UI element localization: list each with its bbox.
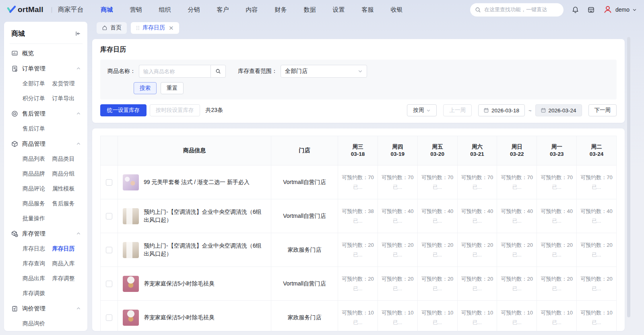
global-search-input[interactable]: 在这里查找功能，一键直达 xyxy=(470,3,564,17)
used-count-truncated: 已... xyxy=(512,218,522,225)
tab-home[interactable]: 首页 xyxy=(97,22,127,34)
vertical-scrollbar[interactable] xyxy=(627,37,630,317)
sidebar-group-label: 概览 xyxy=(22,50,34,57)
logo[interactable]: ortMall ｜ 商家平台 xyxy=(6,5,83,14)
topnav-item-1[interactable]: 商城 xyxy=(92,0,121,19)
topnav-item-4[interactable]: 分销 xyxy=(179,0,208,19)
topnav-item-9[interactable]: 设置 xyxy=(324,0,353,19)
topnav-item-8[interactable]: 数据 xyxy=(295,0,324,19)
topnav-item-7[interactable]: 财务 xyxy=(266,0,295,19)
used-count-truncated: 已... xyxy=(512,184,522,191)
available-count: 可预约数：38 xyxy=(342,208,374,215)
product-name-input[interactable] xyxy=(139,65,211,78)
start-date-picker[interactable]: 2026-03-18 xyxy=(478,104,525,116)
sidebar-group-5[interactable]: 库存管理 xyxy=(10,226,82,241)
product-name: 99 元美甲套餐 法式 / 渐变二选一 新手必入 xyxy=(144,178,250,186)
row-checkbox[interactable] xyxy=(106,247,112,253)
sidebar-item[interactable]: 库存日志 xyxy=(23,241,52,256)
product-name: 养宠家庭保洁5小时除毛祛臭 xyxy=(144,280,215,288)
inquiry-icon xyxy=(11,305,18,312)
sidebar-item[interactable]: 积分订单 xyxy=(23,91,52,106)
sidebar-item[interactable]: 全部订单 xyxy=(23,76,52,91)
topnav-item-2[interactable]: 营销 xyxy=(121,0,150,19)
sidebar-group-3[interactable]: 售后管理 xyxy=(10,106,82,121)
sidebar-group-6[interactable]: 询价管理 xyxy=(10,301,82,316)
sidebar-group-1[interactable]: 概览 xyxy=(10,45,82,61)
chevron-down-icon xyxy=(426,108,431,113)
user-menu[interactable]: demo xyxy=(603,5,637,14)
topnav-item-11[interactable]: 收银 xyxy=(382,0,411,19)
row-checkbox[interactable] xyxy=(106,213,112,219)
close-icon[interactable]: ✕ xyxy=(169,25,174,31)
sidebar-item[interactable]: 商品出库 xyxy=(23,271,52,286)
topnav-item-3[interactable]: 组织 xyxy=(150,0,179,19)
sidebar-item[interactable]: 商品入库 xyxy=(52,256,82,271)
sidebar-item[interactable]: 商品分组 xyxy=(52,166,82,181)
chevron-up-icon[interactable] xyxy=(76,231,81,236)
reset-button[interactable]: 重置 xyxy=(161,82,184,94)
sidebar-group-2[interactable]: 订单管理 xyxy=(10,61,82,76)
row-checkbox[interactable] xyxy=(106,314,112,321)
sidebar-item[interactable]: 订单导出 xyxy=(52,91,82,106)
store-scope-select[interactable]: 全部门店 xyxy=(281,65,367,78)
product-name-input-group xyxy=(139,65,226,78)
sidebar-title: 商城 xyxy=(11,29,25,38)
available-count: 可预约数：40 xyxy=(461,208,493,215)
sidebar-item[interactable]: 商品询价 xyxy=(23,316,52,331)
sidebar-item[interactable]: 商品列表 xyxy=(23,151,52,166)
row-checkbox[interactable] xyxy=(106,179,112,186)
prev-week-button[interactable]: 上一周 xyxy=(443,104,472,116)
chevron-up-icon[interactable] xyxy=(76,66,81,71)
avatar xyxy=(603,5,613,14)
availability-cell: 可预约数：40已... xyxy=(497,199,537,233)
used-count-truncated: 已... xyxy=(512,252,522,258)
sidebar-item[interactable]: 售后服务 xyxy=(52,196,82,211)
sidebar-item[interactable]: 库存调整 xyxy=(52,271,82,286)
next-week-button[interactable]: 下一周 xyxy=(588,104,617,116)
drag-handle-icon[interactable] xyxy=(136,25,140,31)
week-mode-select[interactable]: 按周 xyxy=(407,104,437,116)
sidebar-item[interactable]: 发货管理 xyxy=(52,76,82,91)
sidebar-item[interactable]: 售后订单 xyxy=(23,121,52,136)
cashier-icon[interactable] xyxy=(587,6,595,14)
collapse-sidebar-icon[interactable] xyxy=(75,31,81,37)
sidebar-item[interactable]: 商品评论 xyxy=(23,181,52,196)
sidebar-item[interactable]: 库存查询 xyxy=(23,256,52,271)
topnav-item-10[interactable]: 客服 xyxy=(353,0,382,19)
topnav-item-6[interactable]: 内容 xyxy=(237,0,266,19)
sidebar-item[interactable]: 库存日历 xyxy=(52,241,82,256)
bell-icon[interactable] xyxy=(572,6,579,14)
sidebar-submenu: 商品列表商品类目商品品牌商品分组商品评论属性模板商品服务售后服务批量操作 xyxy=(10,151,82,226)
sidebar-item[interactable]: 商品品牌 xyxy=(23,166,52,181)
product-thumbnail xyxy=(123,208,139,224)
availability-cell: 可预约数：10已... xyxy=(577,301,617,331)
sidebar-item[interactable]: 商品类目 xyxy=(52,151,82,166)
calendar-icon xyxy=(541,108,546,113)
search-button[interactable]: 搜索 xyxy=(134,82,157,94)
sidebar-item[interactable]: 批量操作 xyxy=(23,211,52,226)
scope-label: 库存查看范围： xyxy=(238,68,277,75)
row-checkbox[interactable] xyxy=(106,281,112,287)
topnav-item-5[interactable]: 客户 xyxy=(208,0,237,19)
search-icon-button[interactable] xyxy=(211,65,226,78)
available-count: 可预约数：20 xyxy=(461,275,493,283)
sidebar: 商城 概览订单管理全部订单发货管理积分订单订单导出售后管理售后订单商品管理商品列… xyxy=(4,22,87,331)
sidebar-item[interactable]: 库存调拨 xyxy=(23,286,52,301)
chevron-up-icon[interactable] xyxy=(76,306,81,311)
order-icon xyxy=(11,65,18,72)
unified-set-stock-button[interactable]: 统一设置库存 xyxy=(100,104,147,116)
sidebar-item[interactable]: 属性模板 xyxy=(52,181,82,196)
product-thumbnail xyxy=(123,276,139,292)
table-row: 预约上门-【空调清洗】企业中央空调清洗（6组出风口起）家政服务门店可预约数：20… xyxy=(100,233,617,267)
sidebar-group-label: 库存管理 xyxy=(22,230,45,238)
period-set-stock-button[interactable]: 按时段设置库存 xyxy=(150,104,200,116)
used-count-truncated: 已... xyxy=(473,285,482,292)
chevron-up-icon[interactable] xyxy=(76,141,81,146)
tab-inventory-calendar[interactable]: 库存日历 ✕ xyxy=(131,22,179,34)
end-date-picker[interactable]: 2026-03-24 xyxy=(535,104,582,116)
table-card: 商品信息门店周三03-18周四03-19周五03-20周六03-21周日03-2… xyxy=(92,128,625,331)
chevron-up-icon[interactable] xyxy=(76,111,81,116)
sidebar-item[interactable]: 商品服务 xyxy=(23,196,52,211)
availability-cell: 可预约数：70已... xyxy=(497,165,537,199)
sidebar-group-4[interactable]: 商品管理 xyxy=(10,136,82,151)
